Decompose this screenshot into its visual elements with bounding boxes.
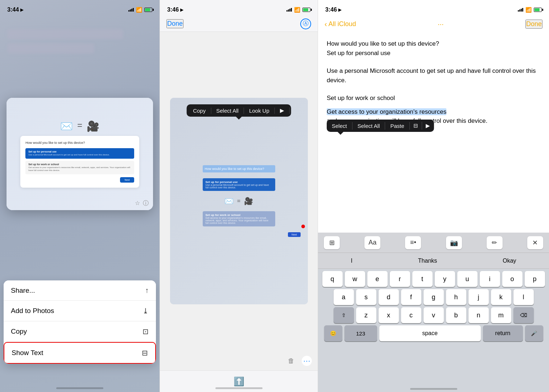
done-button[interactable]: Done xyxy=(525,20,542,29)
status-icons: 📶 xyxy=(128,7,152,13)
status-bar: 3:46 ▶ 📶 xyxy=(160,0,318,16)
video-icon: 🎥 xyxy=(244,197,253,205)
status-time: 3:46 xyxy=(325,7,337,13)
shift-key[interactable]: ⇧ xyxy=(334,307,354,323)
text-format-icon[interactable]: ⊟ xyxy=(410,122,422,130)
key-k[interactable]: k xyxy=(491,289,511,305)
table-icon: ⊞ xyxy=(329,239,335,247)
tooltip-look-up[interactable]: Look Up xyxy=(244,108,275,114)
keys-row-1: q w e r t y u i o p xyxy=(319,271,548,287)
copy-label: Copy xyxy=(11,328,27,335)
key-w[interactable]: w xyxy=(345,271,365,287)
select-button[interactable]: Select xyxy=(327,122,352,130)
ms-setup-mockup: How would you like to set up this device… xyxy=(20,136,139,187)
battery-icon xyxy=(302,8,310,12)
suggestion-i[interactable]: I xyxy=(351,258,352,264)
table-tool[interactable]: ⊞ xyxy=(324,236,340,249)
p2-next-button[interactable]: Next xyxy=(288,232,300,237)
key-l[interactable]: l xyxy=(513,289,534,305)
delete-key[interactable]: ⌫ xyxy=(513,307,534,323)
mic-key[interactable]: 🎤 xyxy=(525,325,543,341)
done-button[interactable]: Done xyxy=(166,19,183,28)
screenshot-card: ✉️ = 🎥 How would you like to set up this… xyxy=(7,98,153,210)
camera-tool[interactable]: 📷 xyxy=(446,236,462,249)
signal-icon xyxy=(128,8,134,12)
back-button[interactable]: ‹ All iCloud xyxy=(325,20,356,28)
keys-row-3: ⇧ z x c v b n m ⌫ xyxy=(319,307,548,323)
key-a[interactable]: a xyxy=(334,289,354,305)
tooltip-select-all[interactable]: Select All xyxy=(211,108,244,114)
pencil-tool[interactable]: ✏ xyxy=(487,236,503,249)
back-label: All iCloud xyxy=(329,20,356,28)
key-m[interactable]: m xyxy=(491,307,511,323)
key-c[interactable]: c xyxy=(401,307,421,323)
info-icon[interactable]: ⓘ xyxy=(143,200,149,207)
suggestion-thanks[interactable]: Thanks xyxy=(418,258,437,264)
keyboard-toolbar: ⊞ Aa ≡• 📷 ✏ ✕ xyxy=(318,233,549,253)
star-icon[interactable]: ☆ xyxy=(135,200,140,207)
signal-icon xyxy=(286,8,292,12)
blurred-bar xyxy=(7,29,123,39)
emoji-key[interactable]: 😊 xyxy=(324,325,342,341)
p2-nav: Done Ⓐ xyxy=(160,16,318,32)
key-h[interactable]: h xyxy=(446,289,466,305)
more-options-icon[interactable]: ··· xyxy=(438,20,444,28)
status-time: 3:46 xyxy=(167,7,179,13)
ms-next-button[interactable]: Next xyxy=(120,177,134,183)
status-icons: 📶 xyxy=(518,7,542,13)
key-t[interactable]: t xyxy=(412,271,433,287)
video-icon: 🎥 xyxy=(87,120,99,132)
list-tool[interactable]: ≡• xyxy=(405,236,421,249)
p2-option-work: Set up for work or school Get access to … xyxy=(203,211,275,226)
numbers-key[interactable]: 123 xyxy=(344,325,377,341)
keys-area: q w e r t y u i o p a s d f g h j k xyxy=(318,269,549,346)
key-q[interactable]: q xyxy=(322,271,343,287)
account-icon[interactable]: Ⓐ xyxy=(300,18,311,29)
share-icon: ↑ xyxy=(145,286,149,295)
trash-icon[interactable]: 🗑 xyxy=(288,357,294,365)
key-e[interactable]: e xyxy=(367,271,388,287)
format-tool[interactable]: Aa xyxy=(364,236,380,249)
key-d[interactable]: d xyxy=(379,289,399,305)
key-o[interactable]: o xyxy=(502,271,523,287)
key-n[interactable]: n xyxy=(468,307,489,323)
share-icon[interactable]: ⬆️ xyxy=(234,376,244,387)
battery-icon xyxy=(534,8,542,12)
key-f[interactable]: f xyxy=(401,289,421,305)
key-r[interactable]: r xyxy=(390,271,410,287)
key-u[interactable]: u xyxy=(457,271,478,287)
key-x[interactable]: x xyxy=(379,307,399,323)
wifi-icon: 📶 xyxy=(136,7,142,13)
more-button[interactable]: ▶ xyxy=(422,122,434,130)
key-z[interactable]: z xyxy=(356,307,376,323)
panel3: 3:46 ▶ 📶 ‹ All iCloud ··· Done How wou xyxy=(318,0,549,392)
key-y[interactable]: y xyxy=(435,271,455,287)
suggestion-okay[interactable]: Okay xyxy=(503,258,516,264)
more-icon[interactable]: ⋯ xyxy=(302,356,312,366)
context-menu-item-share[interactable]: Share... ↑ xyxy=(4,280,156,301)
tooltip-arrow xyxy=(236,117,242,120)
key-j[interactable]: j xyxy=(468,289,489,305)
tooltip-copy[interactable]: Copy xyxy=(188,108,211,114)
key-s[interactable]: s xyxy=(356,289,376,305)
key-b[interactable]: b xyxy=(446,307,466,323)
key-p[interactable]: p xyxy=(525,271,545,287)
location-icon: ▶ xyxy=(338,7,342,12)
select-all-button[interactable]: Select All xyxy=(352,122,385,130)
p2-option-personal: Set up for personal use Use a personal M… xyxy=(203,178,275,191)
key-v[interactable]: v xyxy=(424,307,444,323)
ms-icons-row: ✉️ = 🎥 xyxy=(60,120,99,132)
space-key[interactable]: space xyxy=(379,325,481,341)
context-menu-item-add-photos[interactable]: Add to Photos ⤓ xyxy=(4,301,156,321)
tooltip-more[interactable]: ▶ xyxy=(275,107,290,114)
return-key[interactable]: return xyxy=(483,325,523,341)
paste-button[interactable]: Paste xyxy=(385,122,409,130)
envelope-icon: ✉️ xyxy=(60,120,73,132)
context-menu-item-show-text[interactable]: Show Text ⊟ xyxy=(4,342,156,364)
chevron-left-icon: ‹ xyxy=(325,20,327,28)
key-i[interactable]: i xyxy=(480,271,500,287)
close-tool[interactable]: ✕ xyxy=(527,236,543,249)
key-g[interactable]: g xyxy=(424,289,444,305)
paragraph-personal-desc: Use a personal Microsoft account to get … xyxy=(327,66,540,85)
context-menu-item-copy[interactable]: Copy ⊡ xyxy=(4,321,156,342)
